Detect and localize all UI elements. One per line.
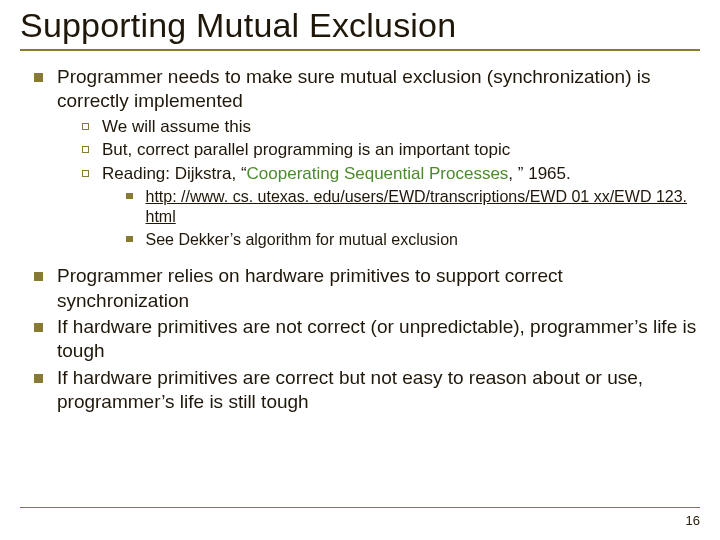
bullet-text: Programmer relies on hardware primitives… (57, 264, 700, 313)
square-bullet-icon (34, 272, 43, 281)
square-bullet-icon (34, 73, 43, 82)
hollow-square-bullet-icon (82, 123, 89, 130)
bullet-text: Programmer needs to make sure mutual exc… (57, 65, 700, 114)
paper-title: Cooperating Sequential Processes (247, 164, 509, 183)
hollow-square-bullet-icon (82, 146, 89, 153)
url-link[interactable]: http: //www. cs. utexas. edu/users/EWD/t… (146, 187, 701, 228)
text-fragment: , ” 1965. (508, 164, 570, 183)
text-fragment: Reading: Dijkstra, “ (102, 164, 247, 183)
slide-body: Programmer needs to make sure mutual exc… (20, 65, 700, 414)
bullet-text: We will assume this (102, 116, 251, 138)
bullet-item: Programmer needs to make sure mutual exc… (20, 65, 700, 114)
slide-title: Supporting Mutual Exclusion (20, 6, 700, 45)
bullet-item: Programmer relies on hardware primitives… (20, 264, 700, 313)
hollow-square-bullet-icon (82, 170, 89, 177)
title-rule (20, 49, 700, 51)
bullet-text: If hardware primitives are correct but n… (57, 366, 700, 415)
bullet-item: If hardware primitives are not correct (… (20, 315, 700, 364)
page-number: 16 (686, 513, 700, 528)
bullet-item: http: //www. cs. utexas. edu/users/EWD/t… (20, 187, 700, 228)
bottom-rule (20, 507, 700, 508)
bullet-item: See Dekker’s algorithm for mutual exclus… (20, 230, 700, 250)
small-square-bullet-icon (126, 236, 133, 243)
bullet-item: We will assume this (20, 116, 700, 138)
slide: Supporting Mutual Exclusion Programmer n… (0, 0, 720, 540)
bullet-item: But, correct parallel programming is an … (20, 139, 700, 161)
square-bullet-icon (34, 323, 43, 332)
small-square-bullet-icon (126, 193, 133, 200)
bullet-item: If hardware primitives are correct but n… (20, 366, 700, 415)
bullet-text: But, correct parallel programming is an … (102, 139, 510, 161)
bullet-text: Reading: Dijkstra, “Cooperating Sequenti… (102, 163, 571, 185)
bullet-text: If hardware primitives are not correct (… (57, 315, 700, 364)
bullet-text: See Dekker’s algorithm for mutual exclus… (146, 230, 458, 250)
square-bullet-icon (34, 374, 43, 383)
bullet-item: Reading: Dijkstra, “Cooperating Sequenti… (20, 163, 700, 185)
